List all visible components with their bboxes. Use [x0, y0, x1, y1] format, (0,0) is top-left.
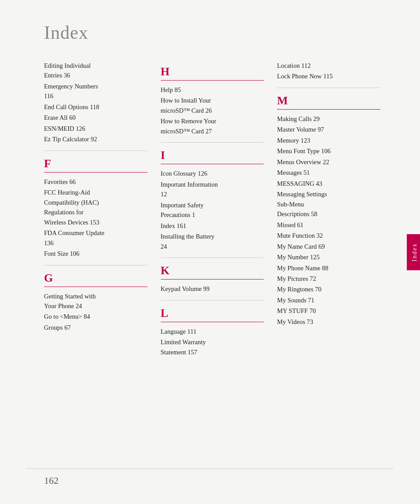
page: Index Editing IndividualEntries 36 Emerg…: [0, 0, 420, 504]
bottom-divider: [26, 468, 394, 469]
divider-l: [161, 322, 264, 322]
entry-messaging: MESSAGING 43: [277, 179, 380, 188]
divider-hi: [161, 142, 264, 143]
divider-m: [277, 109, 380, 110]
entry-esn: ESN/MEID 126: [44, 124, 147, 133]
divider-ik: [161, 258, 264, 258]
entry-master-volume: Master Volume 97: [277, 125, 380, 134]
entry-my-phone-name: My Phone Name 88: [277, 263, 380, 273]
entry-favorites: Favorites 66: [44, 177, 147, 187]
entry-mute-function: Mute Function 32: [277, 231, 380, 240]
letter-l: L: [161, 307, 264, 320]
entry-getting-started: Getting Started withYour Phone 24: [44, 291, 147, 311]
entry-my-stuff: MY STUFF 70: [277, 306, 380, 316]
entry-installing-battery: Installing the Battery24: [161, 232, 264, 251]
entry-location: Location 112: [277, 61, 380, 70]
divider-h: [161, 80, 264, 81]
entry-end-call: End Call Options 118: [44, 102, 147, 112]
column-1: Editing IndividualEntries 36 Emergency N…: [44, 61, 161, 358]
letter-g: G: [44, 272, 147, 285]
entry-my-pictures: My Pictures 72: [277, 274, 380, 283]
entry-missed: Missed 61: [277, 220, 380, 230]
divider-g: [44, 287, 147, 287]
page-title: Index: [44, 22, 394, 43]
entry-font-size: Font Size 106: [44, 249, 147, 258]
entry-my-ringtones: My Ringtones 70: [277, 284, 380, 294]
entry-important-safety: Important SafetyPrecautions 1: [161, 200, 264, 220]
entry-fcc: FCC Hearing-AidCompatibility (HAC)Regula…: [44, 188, 147, 227]
entry-icon-glossary: Icon Glossary 126: [161, 169, 264, 178]
divider-lm: [277, 88, 380, 88]
column-2: H Help 85 How to Install YourmicroSD™ Ca…: [161, 61, 277, 358]
column-3: Location 112 Lock Phone Now 115 M Making…: [277, 61, 394, 358]
entry-menus-overview: Menus Overview 22: [277, 157, 380, 167]
entry-groups: Groups 67: [44, 323, 147, 332]
entry-my-sounds: My Sounds 71: [277, 295, 380, 305]
entry-lock-phone: Lock Phone Now 115: [277, 71, 380, 81]
entry-my-videos: My Videos 73: [277, 317, 380, 327]
entry-limited-warranty: Limited WarrantyStatement 157: [161, 337, 264, 357]
entry-my-number: My Number 125: [277, 252, 380, 262]
entry-editing: Editing IndividualEntries 36: [44, 61, 147, 81]
divider-fg: [44, 265, 147, 265]
entry-how-install: How to Install YourmicroSD™ Card 26: [161, 96, 264, 115]
entry-emergency: Emergency Numbers116: [44, 81, 147, 101]
divider-ef: [44, 151, 147, 151]
letter-k: K: [161, 264, 264, 277]
entry-my-name-card: My Name Card 69: [277, 242, 380, 251]
divider-f: [44, 172, 147, 173]
divider-k: [161, 279, 264, 280]
letter-m: M: [277, 94, 380, 107]
entry-how-remove: How to Remove YourmicroSD™ Card 27: [161, 116, 264, 136]
entry-go-to-menu: Go to <Menu> 84: [44, 312, 147, 321]
entry-menu-font-type: Menu Font Type 106: [277, 146, 380, 156]
entry-erase: Erase All 60: [44, 113, 147, 122]
entry-making-calls: Making Calls 29: [277, 114, 380, 124]
page-number: 162: [44, 475, 59, 486]
entry-fda: FDA Consumer Update136: [44, 228, 147, 248]
sidebar-tab: Index: [407, 234, 420, 270]
divider-kl: [161, 300, 264, 301]
content-area: Editing IndividualEntries 36 Emergency N…: [44, 61, 394, 358]
entry-index: Index 161: [161, 221, 264, 231]
entry-help: Help 85: [161, 85, 264, 95]
entry-memory: Memory 123: [277, 136, 380, 145]
entry-ez-tip: Ez Tip Calculator 92: [44, 134, 147, 144]
entry-keypad-volume: Keypad Volume 99: [161, 284, 264, 294]
entry-messaging-settings: Messaging SettingsSub-MenuDescriptions 5…: [277, 189, 380, 219]
letter-f: F: [44, 157, 147, 170]
letter-i: I: [161, 149, 264, 162]
letter-h: H: [161, 65, 264, 78]
entry-messages: Messages 51: [277, 168, 380, 177]
entry-language: Language 111: [161, 327, 264, 336]
entry-important-info: Important Information12: [161, 180, 264, 199]
divider-i: [161, 164, 264, 164]
